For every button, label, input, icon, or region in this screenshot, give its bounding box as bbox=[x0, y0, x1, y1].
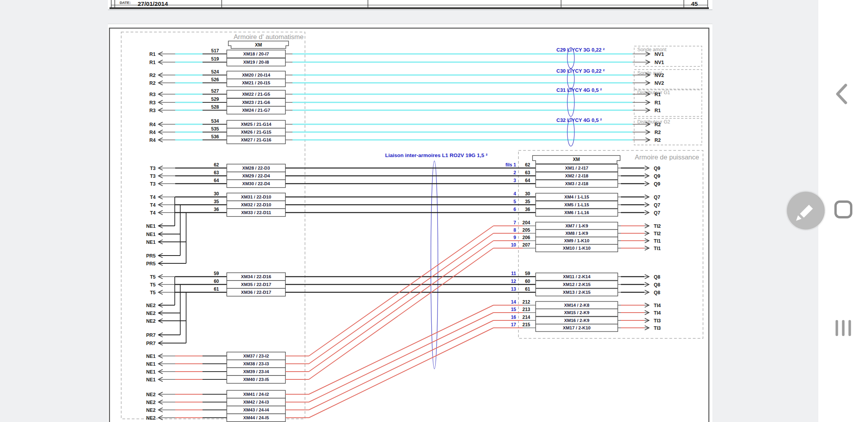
terminal-label: XM33 / 22-D11 bbox=[241, 210, 271, 215]
cable-label: C32 LiYCY 4G 0,5 ² bbox=[556, 117, 602, 123]
wire-number: 59 bbox=[214, 271, 219, 276]
terminal-label: XM16 / 2-K9 bbox=[564, 318, 590, 323]
terminal-label: XM26 / 21-G15 bbox=[241, 130, 272, 134]
wire-number: 519 bbox=[211, 56, 219, 62]
wire-tag-label: NE1 bbox=[146, 361, 156, 367]
wire-number: 527 bbox=[211, 88, 219, 94]
fil-number: 8 bbox=[513, 227, 516, 233]
fil-number: 17 bbox=[511, 322, 516, 327]
destination-label: R2 bbox=[655, 122, 661, 127]
edit-button[interactable] bbox=[786, 191, 826, 231]
wire-tag-label: R2 bbox=[149, 73, 156, 78]
terminal-label: XM12 / 2-K15 bbox=[563, 282, 591, 287]
wire-tag-label: PR7 bbox=[146, 333, 156, 338]
terminal-label: XM3 / 2-I18 bbox=[565, 181, 588, 186]
wire-number: 212 bbox=[522, 299, 530, 305]
wire-number: 206 bbox=[522, 235, 530, 240]
destination-label: Q9 bbox=[654, 181, 660, 187]
terminal-label: XM9 / 1-K10 bbox=[564, 238, 590, 243]
wire-number: 64 bbox=[525, 178, 531, 183]
wire-tag-label: PR7 bbox=[146, 341, 156, 346]
fil-number: 3 bbox=[513, 178, 516, 183]
wire-number: 36 bbox=[214, 207, 219, 212]
wire-tag-label: T4 bbox=[150, 202, 156, 208]
fil-number: 11 bbox=[511, 271, 516, 276]
viewer-canvas: DATE: 27/01/2014 45 Armoire d' automatis… bbox=[0, 0, 868, 422]
liaison-label: Liaison inter-armoires L1 RO2V 19G 1,5 ² bbox=[385, 152, 488, 158]
drag-handle-icon[interactable] bbox=[836, 320, 851, 336]
viewer-screen: DATE: 27/01/2014 45 Armoire d' automatis… bbox=[0, 0, 868, 422]
terminal-label: XM36 / 22-D17 bbox=[241, 290, 271, 295]
cable-label: C30 LiYCY 3G 0,22 ² bbox=[556, 68, 605, 74]
destination-label: R1 bbox=[655, 92, 661, 97]
wire-number: 524 bbox=[211, 69, 219, 75]
wire-tag-label: NE2 bbox=[146, 415, 156, 421]
wire-tag-label: NE1 bbox=[146, 232, 156, 237]
fil-number: 16 bbox=[511, 315, 516, 320]
terminal-label: XM11 / 2-K14 bbox=[563, 274, 591, 279]
destination-label: R1 bbox=[655, 100, 661, 106]
fil-number: fils 1 bbox=[506, 162, 516, 168]
destination-label: R2 bbox=[655, 130, 661, 135]
wire-number: 64 bbox=[214, 178, 219, 183]
wire-tag-label: T5 bbox=[150, 290, 156, 295]
terminal-label: XM7 / 1-K9 bbox=[565, 224, 588, 228]
wire-tag-label: T4 bbox=[150, 210, 156, 216]
wire-tag-label: NE1 bbox=[146, 354, 156, 359]
destination-label: R1 bbox=[655, 108, 661, 113]
wire-tag-label: R1 bbox=[149, 52, 156, 57]
wire-tag-label: T3 bbox=[150, 166, 156, 171]
wire-number: 35 bbox=[525, 199, 531, 204]
title-block-sheet[interactable]: DATE: 27/01/2014 45 bbox=[108, 0, 712, 10]
wire-number: 62 bbox=[525, 162, 531, 168]
wire-number: 528 bbox=[211, 104, 219, 110]
wire-number: 529 bbox=[211, 97, 219, 102]
fil-number: 13 bbox=[511, 286, 516, 292]
terminal-label: XM8 / 1-K9 bbox=[565, 231, 588, 236]
destination-label: TI3 bbox=[654, 325, 661, 331]
wire-number: 61 bbox=[525, 286, 531, 292]
wire-tag-label: T3 bbox=[150, 173, 156, 179]
fil-number: 5 bbox=[513, 199, 516, 204]
wire-tag-label: R4 bbox=[149, 130, 156, 135]
wire-tag-label: NE1 bbox=[146, 240, 156, 245]
terminal-label: XM6 / 1-L16 bbox=[564, 210, 589, 215]
wire-number: 536 bbox=[211, 134, 219, 139]
wire-number: 517 bbox=[211, 48, 219, 54]
wire-number: 204 bbox=[522, 220, 530, 225]
destination-label: Q7 bbox=[654, 210, 660, 216]
destination-label: Q8 bbox=[654, 274, 660, 280]
terminal-label: XM10 / 1-K10 bbox=[563, 246, 591, 250]
terminal-label: XM24 / 21-G7 bbox=[242, 108, 270, 113]
wire-tag-label: NE2 bbox=[146, 392, 156, 397]
wire-number: 205 bbox=[522, 227, 530, 233]
wire-number: 30 bbox=[214, 191, 219, 197]
wire-tag-label: NE1 bbox=[146, 369, 156, 375]
terminal-label: XM35 / 22-D17 bbox=[241, 282, 271, 287]
terminal-label: XM43 / 24-I4 bbox=[243, 408, 269, 412]
wire-number: 63 bbox=[214, 170, 219, 175]
wire-tag-label: NE2 bbox=[146, 311, 156, 316]
wire-tag-label: R3 bbox=[149, 108, 156, 113]
wire-tag-label: R1 bbox=[149, 60, 156, 65]
fil-number: 12 bbox=[511, 279, 516, 284]
terminal-label: XM28 / 22-D3 bbox=[242, 166, 270, 170]
wire-number: 60 bbox=[214, 279, 219, 284]
wire-tag-label: R4 bbox=[149, 138, 156, 143]
cable-label: C31 LiYCY 4G 0,5 ² bbox=[556, 87, 602, 93]
terminal-label: XM25 / 21-G14 bbox=[241, 122, 272, 127]
wire-number: 534 bbox=[211, 118, 219, 124]
wire-number: 213 bbox=[522, 307, 530, 312]
terminal-label: XM19 / 20-I8 bbox=[243, 60, 269, 64]
date-value: 27/01/2014 bbox=[138, 0, 168, 7]
wire-tag-label: T5 bbox=[150, 274, 156, 280]
wire-tag-label: T3 bbox=[150, 181, 156, 187]
terminal-label: XM38 / 23-I3 bbox=[243, 361, 269, 366]
wire-number: 526 bbox=[211, 77, 219, 82]
terminal-label: XM15 / 2-K9 bbox=[564, 310, 590, 315]
wire-number: 59 bbox=[525, 271, 531, 276]
terminal-label: XM39 / 23-I4 bbox=[243, 369, 269, 374]
left-terminal-strip-label: XM bbox=[255, 42, 262, 48]
destination-title: Distributeur G1 bbox=[637, 90, 670, 95]
destination-label: NV2 bbox=[655, 80, 664, 86]
